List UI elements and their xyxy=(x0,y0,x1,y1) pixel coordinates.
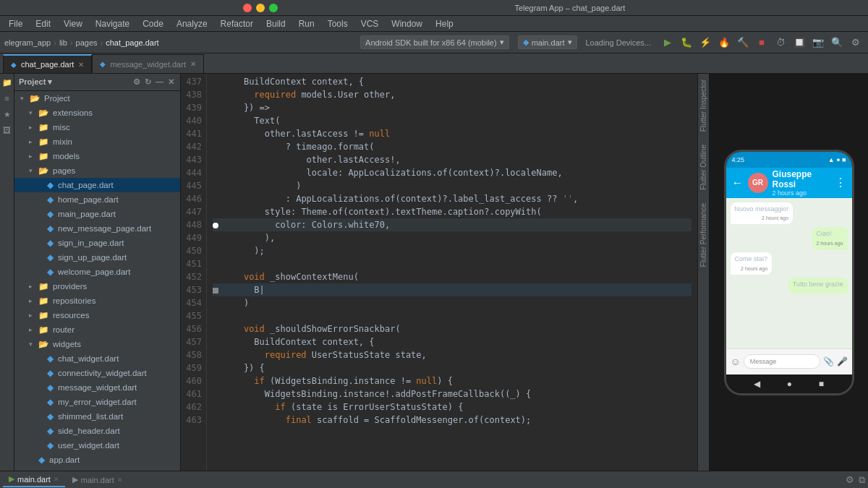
close-button[interactable] xyxy=(243,4,252,12)
tree-item-home_page-dart[interactable]: ◆home_page.dart xyxy=(14,192,180,207)
menu-item-build[interactable]: Build xyxy=(260,17,292,30)
tab-message-widget[interactable]: ◆ message_widget.dart ✕ xyxy=(92,54,204,73)
menu-item-refactor[interactable]: Refactor xyxy=(215,17,259,30)
tree-item-router[interactable]: ▸📁router xyxy=(14,322,180,337)
stop-button[interactable]: ■ xyxy=(754,35,770,51)
code-text-456: void _shouldShowErrorSnackbar( xyxy=(223,322,401,335)
tree-item-connectivity_widget-dart[interactable]: ◆connectivity_widget.dart xyxy=(14,366,180,380)
sync-icon[interactable]: ↻ xyxy=(143,76,153,88)
title-bar: Telegram App – chat_page.dart xyxy=(0,0,868,16)
hot-reload-button[interactable]: 🔥 xyxy=(716,35,732,51)
phone-back-button[interactable]: ← xyxy=(732,176,744,189)
code-editor[interactable]: 4374384394404414424434444454464474484494… xyxy=(181,74,697,471)
tree-item-Project[interactable]: ▾📂Project xyxy=(14,91,180,106)
flutter-outline-tab[interactable]: Flutter Outline xyxy=(698,142,709,193)
profile-button[interactable]: ⏱ xyxy=(773,35,788,51)
menu-item-window[interactable]: Window xyxy=(386,17,428,30)
menu-item-navigate[interactable]: Navigate xyxy=(90,17,135,30)
debug-button[interactable]: 🐛 xyxy=(678,35,694,51)
collapse-icon[interactable]: — xyxy=(154,76,165,88)
breadcrumb-app[interactable]: elegram_app xyxy=(4,38,51,47)
code-text-448: color: Colors.white70, xyxy=(223,218,390,231)
tree-item-app-dart[interactable]: ◆app.dart xyxy=(14,453,180,467)
menu-item-analyze[interactable]: Analyze xyxy=(171,17,213,30)
run-settings-button[interactable]: ⚙ xyxy=(846,474,854,485)
breadcrumb-lib[interactable]: lib xyxy=(59,38,67,47)
tree-item-widgets[interactable]: ▾📂widgets xyxy=(14,337,180,351)
code-lines[interactable]: BuildContext context, { required models.… xyxy=(207,74,697,471)
tree-item-pages[interactable]: ▾📂pages xyxy=(14,163,180,178)
breadcrumb-pages[interactable]: pages xyxy=(76,38,98,47)
tree-item-misc[interactable]: ▸📁misc xyxy=(14,120,180,134)
resource-manager-icon[interactable]: 🖼 xyxy=(1,124,13,136)
phone-time: 4:25 xyxy=(732,156,745,163)
maximize-button[interactable] xyxy=(269,4,278,12)
tree-item-chat_page-dart[interactable]: ◆chat_page.dart xyxy=(14,178,180,192)
nav-recent-icon[interactable]: ■ xyxy=(819,379,824,389)
tree-item-user_widget-dart[interactable]: ◆user_widget.dart xyxy=(14,438,180,453)
tree-item-my_error_widget-dart[interactable]: ◆my_error_widget.dart xyxy=(14,395,180,409)
menu-item-run[interactable]: Run xyxy=(293,17,320,30)
phone-attachment-button[interactable]: 📎 xyxy=(823,356,834,367)
phone-menu-button[interactable]: ⋮ xyxy=(835,176,846,189)
device-selector[interactable]: Android SDK built for x86 64 (mobile) ▾ xyxy=(360,35,509,49)
tree-item-models[interactable]: ▸📁models xyxy=(14,149,180,163)
external-link-icon[interactable]: ⧉ xyxy=(859,474,865,486)
tree-item-resources[interactable]: ▸📁resources xyxy=(14,308,180,322)
tab-close-chat[interactable]: ✕ xyxy=(78,61,84,69)
project-icon[interactable]: 📁 xyxy=(1,77,13,88)
run-button[interactable]: ▶ xyxy=(660,35,676,51)
gear-icon[interactable]: ⚙ xyxy=(132,76,142,88)
phone-mic-button[interactable]: 🎤 xyxy=(837,356,848,367)
tab-close-msg[interactable]: ✕ xyxy=(190,60,196,68)
tree-item-chat_widget-dart[interactable]: ◆chat_widget.dart xyxy=(14,351,180,366)
breadcrumb-file[interactable]: chat_page.dart xyxy=(106,38,158,47)
tree-item-main_page-dart[interactable]: ◆main_page.dart xyxy=(14,207,180,221)
tree-item-side_header-dart[interactable]: ◆side_header.dart xyxy=(14,424,180,438)
tree-item-new_message_page-dart[interactable]: ◆new_message_page.dart xyxy=(14,221,180,236)
tree-item-providers[interactable]: ▸📁providers xyxy=(14,279,180,294)
build-button[interactable]: 🔨 xyxy=(735,35,751,51)
flutter-inspector-tab[interactable]: Flutter Inspector xyxy=(698,77,709,134)
run-tab-close-2[interactable]: ✕ xyxy=(117,476,123,484)
tab-chat-page[interactable]: ◆ chat_page.dart ✕ xyxy=(3,54,92,73)
nav-back-icon[interactable]: ◀ xyxy=(754,379,760,389)
tree-item-sign_in_page-dart[interactable]: ◆sign_in_page.dart xyxy=(14,236,180,250)
tree-item-repositories[interactable]: ▸📁repositories xyxy=(14,294,180,308)
search-everywhere-button[interactable]: 🔍 xyxy=(829,35,845,51)
structure-icon[interactable]: ≡ xyxy=(1,93,13,104)
config-selector[interactable]: ◆ main.dart ▾ xyxy=(518,35,577,49)
code-line-456: void _shouldShowErrorSnackbar( xyxy=(213,322,692,335)
settings-toolbar-button[interactable]: ⚙ xyxy=(848,35,864,51)
favorites-icon[interactable]: ★ xyxy=(1,108,13,120)
code-line-438: required models.User other, xyxy=(213,88,692,101)
run-tab-1[interactable]: ▶ main.dart ✕ xyxy=(3,472,65,487)
screenshot-button[interactable]: 📷 xyxy=(810,35,826,51)
phone-emoji-button[interactable]: ☺ xyxy=(731,356,741,367)
menu-item-help[interactable]: Help xyxy=(430,17,459,30)
run-tab-2[interactable]: ▶ main.dart ✕ xyxy=(67,473,129,487)
flutter-performance-tab[interactable]: Flutter Performance xyxy=(698,200,709,270)
nav-home-icon[interactable]: ● xyxy=(787,379,792,389)
tree-item-sign_up_page-dart[interactable]: ◆sign_up_page.dart xyxy=(14,250,180,265)
tree-item-shimmed_list-dart[interactable]: ◆shimmed_list.dart xyxy=(14,409,180,424)
tree-item-extensions[interactable]: ▾📂extensions xyxy=(14,106,180,120)
menu-item-file[interactable]: File xyxy=(3,17,28,30)
tree-item-message_widget-dart[interactable]: ◆message_widget.dart xyxy=(14,380,180,395)
tree-item-main-dart[interactable]: ◆main.dart xyxy=(14,467,180,471)
tree-arrow-icon: ▸ xyxy=(29,297,36,304)
run-tab-close-1[interactable]: ✕ xyxy=(54,476,59,483)
attach-button[interactable]: ⚡ xyxy=(697,35,713,51)
coverage-button[interactable]: 🔲 xyxy=(791,35,807,51)
menu-item-vcs[interactable]: VCS xyxy=(355,17,385,30)
minimize-button[interactable] xyxy=(256,4,265,12)
tree-item-welcome_page-dart[interactable]: ◆welcome_page.dart xyxy=(14,265,180,279)
menu-item-edit[interactable]: Edit xyxy=(30,17,56,30)
menu-item-tools[interactable]: Tools xyxy=(322,17,354,30)
code-content: 4374384394404414424434444454464474484494… xyxy=(181,74,697,471)
tree-item-mixin[interactable]: ▸📁mixin xyxy=(14,134,180,149)
close-panel-icon[interactable]: ✕ xyxy=(166,76,176,88)
phone-message-input[interactable]: Message xyxy=(744,354,820,369)
menu-item-view[interactable]: View xyxy=(58,17,88,30)
menu-item-code[interactable]: Code xyxy=(137,17,169,30)
